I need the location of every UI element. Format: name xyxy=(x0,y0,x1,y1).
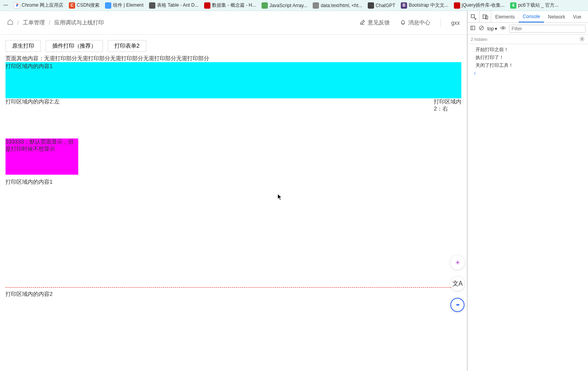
page-header: / 工单管理 / 应用调试与上线打印 意见反馈 消息中心 gxx xyxy=(0,11,467,35)
svg-rect-4 xyxy=(471,26,475,30)
user-name[interactable]: gxx xyxy=(451,20,460,26)
devtools-tab-network[interactable]: Network xyxy=(544,11,569,22)
bookmark-jsarray[interactable]: JavaScript Array... xyxy=(262,2,307,9)
console-log-line: 执行打印了！ xyxy=(472,54,584,61)
divider xyxy=(441,18,441,27)
page-break-line xyxy=(6,287,461,288)
console-log-line: 开始打印之前！ xyxy=(472,46,584,54)
live-expression-icon[interactable] xyxy=(500,25,506,32)
breadcrumb: / 工单管理 / 应用调试与上线打印 xyxy=(7,19,104,26)
other-content-text: 页面其他内容：无需打印部分无需打印部分无需打印部分无需打印部分无需打印部分 xyxy=(6,55,461,62)
robot-button[interactable]: •• xyxy=(450,298,465,312)
bookmark-chrome-store[interactable]: Chrome 网上应用店 xyxy=(14,2,63,9)
print-area-content-2: 打印区域内的内容2 xyxy=(6,291,461,298)
notice-link[interactable]: 消息中心 xyxy=(400,19,430,26)
app-page: / 工单管理 / 应用调试与上线打印 意见反馈 消息中心 gxx 原 xyxy=(0,11,467,371)
bookmark-bootstrap[interactable]: BBootstrap 中文文... xyxy=(401,2,448,9)
console-log-area: 开始打印之前！ 执行打印了！ 关闭了打印工具！ › xyxy=(468,44,588,79)
devtools-tab-console[interactable]: Console xyxy=(519,11,544,22)
breadcrumb-item-1[interactable]: 工单管理 xyxy=(23,19,45,26)
devtools-tab-vue[interactable]: Vue xyxy=(569,11,585,22)
bell-icon xyxy=(400,19,406,26)
clear-console-icon[interactable] xyxy=(479,25,484,32)
tab-native-print[interactable]: 原生打印 xyxy=(6,40,41,52)
bookmark-antd[interactable]: 表格 Table - Ant D... xyxy=(149,2,199,9)
chevron-down-icon: ▾ xyxy=(495,26,497,31)
page-body: 原生打印 插件打印（推荐） 打印表单2 页面其他内容：无需打印部分无需打印部分无… xyxy=(0,35,467,371)
console-prompt-icon[interactable]: › xyxy=(472,69,584,77)
translate-button[interactable]: 文A xyxy=(450,277,465,291)
bookmark-datatext[interactable]: data:text/html, <ht... xyxy=(313,2,362,9)
assistant-brain-button[interactable]: ✦ xyxy=(450,255,465,269)
breadcrumb-sep: / xyxy=(17,20,19,26)
bookmark-dataset[interactable]: 数据集 - 概念篇 - H... xyxy=(204,2,256,9)
bookmark-pc6[interactable]: 6pc6下载站 _ 官方... xyxy=(510,2,559,9)
bookmark-csdn[interactable]: CCSDN搜索 xyxy=(69,2,100,9)
home-icon[interactable] xyxy=(7,19,13,26)
console-sidebar-toggle-icon[interactable] xyxy=(470,25,476,32)
svg-line-7 xyxy=(480,27,483,30)
svg-point-8 xyxy=(502,27,504,29)
console-filter-input[interactable] xyxy=(509,25,586,33)
magenta-box: 333333：默认页面显示，但是打印时候不想显示 xyxy=(6,138,78,175)
inspect-element-icon[interactable] xyxy=(468,11,479,23)
tab-print-form2[interactable]: 打印表单2 xyxy=(108,40,146,52)
edit-icon xyxy=(359,19,365,26)
translate-icon: 文A xyxy=(452,280,463,288)
print-area-cyan: 打印区域内的内容1 xyxy=(6,62,461,98)
hidden-count: 2 hidden xyxy=(471,37,487,42)
bookmark-chatgpt[interactable]: ChatGPT xyxy=(368,2,395,9)
console-settings-icon[interactable] xyxy=(579,36,585,42)
print-area-content-1: 打印区域内的内容1 xyxy=(6,179,461,186)
breadcrumb-sep: / xyxy=(49,20,50,26)
brain-icon: ✦ xyxy=(455,259,460,266)
print-area-right: 打印区域内2：右 xyxy=(434,98,461,113)
devtools-panel: Elements Console Network Vue top▾ 2 hidd… xyxy=(467,11,588,371)
bookmark-overflow-left: ᠁ xyxy=(3,3,8,8)
tab-plugin-print[interactable]: 插件打印（推荐） xyxy=(46,40,103,52)
svg-point-9 xyxy=(581,38,583,40)
bookmark-element[interactable]: 组件 | Element xyxy=(105,2,144,9)
robot-icon: •• xyxy=(456,301,459,308)
device-toggle-icon[interactable] xyxy=(479,11,491,23)
feedback-link[interactable]: 意见反馈 xyxy=(359,19,390,26)
devtools-tab-elements[interactable]: Elements xyxy=(491,11,519,22)
bookmarks-bar: ᠁ Chrome 网上应用店 CCSDN搜索 组件 | Element 表格 T… xyxy=(0,0,588,11)
breadcrumb-item-2: 应用调试与上线打印 xyxy=(54,19,104,26)
bookmark-jquery[interactable]: jQuery插件库-收集... xyxy=(454,2,505,9)
console-log-line: 关闭了打印工具！ xyxy=(472,61,584,69)
execution-context-dropdown[interactable]: top▾ xyxy=(487,26,497,31)
print-area-left: 打印区域内的内容2:左 xyxy=(6,98,60,113)
